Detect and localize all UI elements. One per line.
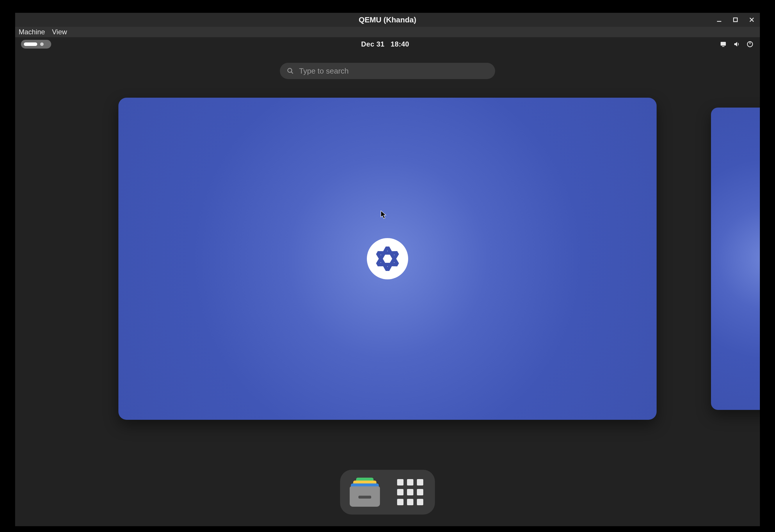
qemu-window: QEMU (Khanda) Machine View Dec 31: [15, 13, 760, 526]
nixos-logo: [367, 238, 408, 279]
close-icon: [749, 17, 755, 23]
show-apps-button[interactable]: [394, 476, 426, 508]
maximize-icon: [732, 17, 739, 23]
gnome-topbar: Dec 31 18:40: [15, 37, 760, 51]
svg-rect-4: [721, 42, 726, 46]
power-icon[interactable]: [746, 40, 754, 48]
workspace-2[interactable]: [711, 108, 760, 410]
close-button[interactable]: [747, 15, 756, 24]
activities-button[interactable]: [21, 40, 51, 49]
svg-rect-5: [722, 46, 724, 47]
dash: [340, 470, 435, 515]
maximize-button[interactable]: [731, 15, 740, 24]
menu-machine[interactable]: Machine: [19, 28, 45, 36]
svg-line-9: [291, 72, 293, 74]
window-controls: [715, 13, 756, 27]
files-app[interactable]: [349, 476, 381, 508]
minimize-button[interactable]: [715, 15, 724, 24]
clock[interactable]: Dec 31 18:40: [361, 40, 409, 48]
workspace-indicator-current: [24, 42, 37, 46]
guest-screen: Dec 31 18:40: [15, 37, 760, 526]
qemu-menubar: Machine View: [15, 27, 760, 37]
minimize-icon: [716, 17, 722, 23]
workspace-1[interactable]: [118, 98, 657, 420]
app-grid-icon: [397, 479, 423, 505]
system-status-area[interactable]: [719, 40, 754, 48]
search-input[interactable]: [299, 67, 488, 76]
screen-icon[interactable]: [719, 40, 727, 48]
qemu-title: QEMU (Khanda): [359, 15, 416, 24]
menu-view[interactable]: View: [52, 28, 67, 36]
svg-rect-1: [734, 18, 737, 22]
search-icon: [287, 67, 294, 74]
files-icon: [350, 478, 380, 507]
volume-icon[interactable]: [733, 40, 741, 48]
search-bar[interactable]: [280, 63, 495, 79]
workspace-indicator-next: [40, 42, 44, 46]
clock-time: 18:40: [391, 40, 409, 48]
clock-date: Dec 31: [361, 40, 384, 48]
qemu-titlebar: QEMU (Khanda): [15, 13, 760, 27]
svg-point-8: [288, 68, 292, 72]
